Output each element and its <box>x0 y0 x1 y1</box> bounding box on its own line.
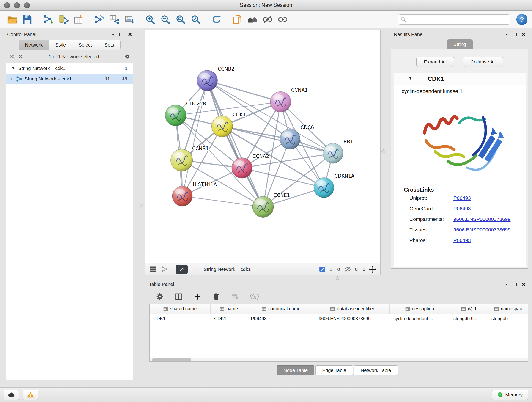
save-button[interactable] <box>20 12 35 27</box>
crosslink-value-link[interactable]: P06493 <box>453 237 471 243</box>
disclosure-triangle-icon[interactable]: ▼ <box>12 66 15 70</box>
search-box[interactable] <box>398 14 510 25</box>
network-table-button[interactable] <box>107 12 122 27</box>
column-header-database-identifier[interactable]: database identifier <box>315 304 390 313</box>
zoom-in-button[interactable] <box>143 12 158 27</box>
network-node-CCNA2[interactable] <box>232 158 252 178</box>
table-row[interactable]: CDK1CDK1P064939606.ENSP00000378699cyclin… <box>150 314 528 323</box>
show-columns-icon[interactable] <box>174 292 183 301</box>
network-node-CDC6[interactable] <box>280 129 300 149</box>
houses-button[interactable] <box>245 12 260 27</box>
scrollbar-thumb[interactable] <box>152 358 191 361</box>
help-button[interactable]: ? <box>516 14 527 25</box>
table-tab-network-table[interactable]: Network Table <box>354 365 398 375</box>
network-options-gear-icon[interactable] <box>124 54 130 60</box>
network-edge-CCNB2-CCNA1[interactable] <box>207 81 280 102</box>
panel-menu-icon[interactable]: ▼ <box>505 32 509 36</box>
import-network-file-button[interactable] <box>41 12 56 27</box>
memory-button[interactable]: Memory <box>492 390 528 400</box>
table-tab-node-table[interactable]: Node Table <box>277 365 314 375</box>
panel-menu-icon[interactable]: ▼ <box>505 282 509 286</box>
crosslink-value-link[interactable]: 9606.ENSP00000378699 <box>453 216 511 222</box>
collapse-gene-icon[interactable]: ▼ <box>409 76 412 81</box>
panel-float-icon[interactable] <box>513 33 517 36</box>
table-settings-gear-icon[interactable] <box>155 292 165 301</box>
cloud-icon <box>7 391 15 399</box>
network-canvas[interactable]: CCNB2CCNA1CDC25BCDK1CDC6RB1CCNB1CCNA2CDK… <box>146 30 380 263</box>
column-header-id[interactable]: @id <box>450 304 488 313</box>
zoom-fit-button[interactable] <box>173 12 188 27</box>
network-overview-icon[interactable] <box>161 265 168 273</box>
network-node-CCNA1[interactable] <box>270 91 291 112</box>
expand-all-icon[interactable] <box>18 54 24 60</box>
network-tree: ▼ String Network – cdk1 1 ● String Netwo… <box>6 63 133 380</box>
column-header-shared-name[interactable]: shared name <box>150 304 210 313</box>
tab-style[interactable]: Style <box>49 40 72 50</box>
network-node-CDK1[interactable] <box>211 116 233 137</box>
network-edge-CCNB2-HIST1H1A[interactable] <box>182 81 207 196</box>
horizontal-scrollbar[interactable] <box>150 357 528 361</box>
collapse-all-button[interactable]: Collapse All <box>463 57 503 67</box>
tab-string[interactable]: String <box>447 39 473 49</box>
splitter-handle-bottom[interactable] <box>336 276 339 280</box>
network-node-CCNB2[interactable] <box>197 70 218 91</box>
tab-network[interactable]: Network <box>19 40 49 50</box>
show-eye-button[interactable] <box>275 12 290 27</box>
tab-sets[interactable]: Sets <box>98 40 120 50</box>
open-in-window-button[interactable]: ↗ <box>176 265 188 274</box>
panel-close-icon[interactable]: × <box>521 281 526 288</box>
network-node-RB1[interactable] <box>323 143 343 163</box>
network-edge-CCNA2-CDKN1A[interactable] <box>242 168 324 188</box>
crosslink-value-link[interactable]: P06493 <box>453 195 471 201</box>
panel-close-icon[interactable]: × <box>521 31 526 38</box>
expand-all-button[interactable]: Expand All <box>416 57 454 67</box>
pan-crosshair-icon[interactable] <box>369 265 377 273</box>
add-column-icon[interactable] <box>193 292 202 301</box>
network-node-HIST1H1A[interactable] <box>172 186 192 206</box>
import-network-db-button[interactable] <box>56 12 71 27</box>
gene-panel-header[interactable]: ▼ CDK1 <box>394 73 526 85</box>
refresh-button[interactable] <box>209 12 224 27</box>
network-from-selection-button[interactable] <box>92 12 107 27</box>
panel-menu-icon[interactable]: ▼ <box>112 32 115 36</box>
network-node-CDC25B[interactable] <box>165 105 186 126</box>
network-node-CCNB1[interactable] <box>171 149 193 171</box>
network-node-CDKN1A[interactable] <box>314 178 334 198</box>
network-edge-HIST1H1A-CCNE1[interactable] <box>182 196 263 207</box>
warnings-button[interactable] <box>23 390 38 400</box>
table-tab-edge-table[interactable]: Edge Table <box>316 365 353 375</box>
birdseye-grid-icon[interactable] <box>149 265 157 273</box>
column-header-name[interactable]: name <box>210 304 247 313</box>
export-image-button[interactable] <box>122 12 137 27</box>
panel-close-icon[interactable]: × <box>128 31 132 38</box>
column-header-description[interactable]: description <box>390 304 450 313</box>
hide-eye-button[interactable] <box>260 12 275 27</box>
import-table-button[interactable] <box>71 12 86 27</box>
network-row[interactable]: ● String Network – cdk1 11 48 <box>6 74 133 84</box>
minimize-window-button[interactable] <box>14 2 20 8</box>
copy-page-button[interactable] <box>230 12 245 27</box>
tab-select[interactable]: Select <box>72 40 98 50</box>
zoom-out-button[interactable] <box>158 12 173 27</box>
search-input[interactable] <box>408 17 507 22</box>
crosslink-value-link[interactable]: 9606.ENSP00000378699 <box>453 227 511 233</box>
crosslink-value-link[interactable]: P06493 <box>453 206 471 212</box>
network-node-CCNE1[interactable] <box>253 196 273 217</box>
zoom-selected-button[interactable] <box>188 12 203 27</box>
delete-column-icon[interactable] <box>212 292 221 301</box>
close-window-button[interactable] <box>4 2 10 8</box>
maximize-window-button[interactable] <box>24 2 30 8</box>
column-header-canonical-name[interactable]: canonical name <box>247 304 315 313</box>
folder-open-button[interactable] <box>5 12 20 27</box>
network-view[interactable]: CCNB2CCNA1CDC25BCDK1CDC6RB1CCNB1CCNA2CDK… <box>145 30 380 263</box>
column-header-namespac[interactable]: namespac <box>488 304 528 313</box>
panel-float-icon[interactable] <box>119 33 123 36</box>
function-builder-icon[interactable]: f(x) <box>249 293 259 300</box>
splitter-handle-left[interactable] <box>140 204 143 207</box>
cloud-button[interactable] <box>4 390 19 400</box>
panel-float-icon[interactable] <box>513 283 517 286</box>
network-collection-row[interactable]: ▼ String Network – cdk1 1 <box>6 63 133 74</box>
collapse-all-icon[interactable] <box>9 54 15 60</box>
splitter-handle-right[interactable] <box>381 149 385 153</box>
network-edge-CCNB2-CCNE1[interactable] <box>207 81 263 207</box>
